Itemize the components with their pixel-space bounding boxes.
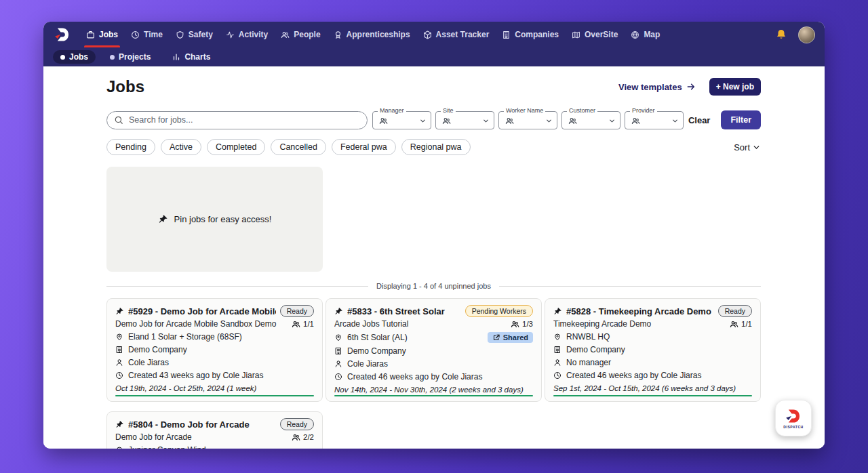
nav-item-safety[interactable]: Safety <box>176 22 213 47</box>
job-subtitle: Timekeeping Arcade Demo <box>553 319 726 329</box>
nav-item-companies[interactable]: Companies <box>502 22 559 47</box>
new-job-button[interactable]: + New job <box>709 78 761 96</box>
filter-button[interactable]: Filter <box>721 110 761 129</box>
unpinned-jobs-divider: Displaying 1 - 4 of 4 unpinned jobs <box>106 282 761 290</box>
nav-item-oversite[interactable]: OverSite <box>572 22 618 47</box>
dropdown-label: Manager <box>378 107 406 114</box>
nav-label: Asset Tracker <box>436 30 490 39</box>
created-row: Created 46 weeks ago by Cole Jiaras <box>334 372 533 382</box>
top-navigation: Jobs Time Safety Activity People Apprent… <box>43 22 825 47</box>
page-title: Jobs <box>106 77 144 96</box>
chevron-down-icon <box>608 117 616 125</box>
workers-value: 1/1 <box>303 320 314 328</box>
subnav-item-charts[interactable]: Charts <box>165 50 218 64</box>
medal-icon <box>334 30 342 39</box>
header-actions: View templates + New job <box>618 78 761 96</box>
pin-icon[interactable] <box>115 420 124 429</box>
card-title-row: #5833 - 6th Street Solar Pending Workers <box>334 305 533 317</box>
workers-count: 2/2 <box>292 433 314 442</box>
job-title: #5828 - Timekeeping Arcade Demo <box>566 306 714 316</box>
nav-item-people[interactable]: People <box>281 22 320 47</box>
pin-icon[interactable] <box>553 307 562 316</box>
manager-text: No manager <box>566 358 611 367</box>
box-icon <box>423 30 432 39</box>
search-icon <box>114 115 123 125</box>
company-text: Demo Company <box>128 345 187 354</box>
date-underline <box>334 395 533 396</box>
nav-item-apprenticeships[interactable]: Apprenticeships <box>334 22 410 47</box>
manager-text: Cole Jiaras <box>128 358 169 367</box>
dispatch-floating-button[interactable]: DISPATCH <box>775 400 812 436</box>
job-card[interactable]: #5929 - Demo Job for Arcade Mobile ... R… <box>106 298 323 402</box>
customer-filter-dropdown[interactable]: Customer <box>561 111 620 129</box>
subnav-label: Projects <box>119 52 151 62</box>
dropdown-label: Customer <box>567 107 597 114</box>
users-icon <box>292 433 300 442</box>
user-avatar[interactable] <box>798 26 815 43</box>
card-title-row: #5929 - Demo Job for Arcade Mobile ... R… <box>115 305 314 317</box>
nav-label: Time <box>144 30 163 39</box>
nav-item-asset-tracker[interactable]: Asset Tracker <box>423 22 490 47</box>
chevron-down-icon <box>671 117 679 125</box>
sub-navigation: Jobs Projects Charts <box>43 47 825 66</box>
job-subtitle: Demo Job for Arcade <box>115 432 288 442</box>
pill-active[interactable]: Active <box>161 139 201 155</box>
person-icon <box>553 358 561 367</box>
workers-count: 1/1 <box>292 320 314 329</box>
date-underline <box>115 395 314 396</box>
date-range: Nov 14th, 2024 - Nov 30th, 2024 (2 weeks… <box>334 386 533 394</box>
clear-filters-button[interactable]: Clear <box>688 115 711 125</box>
nav-item-map[interactable]: Map <box>631 22 660 47</box>
location-row: RNWBL HQ <box>553 332 752 342</box>
building-icon <box>553 346 561 354</box>
arrow-right-icon <box>686 82 696 91</box>
created-text: Created 43 weeks ago by Cole Jiaras <box>128 371 263 380</box>
main-content: Jobs View templates + New job Manager Si… <box>43 66 825 449</box>
dispatch-logo[interactable] <box>53 26 72 43</box>
map-pin-icon <box>115 333 123 341</box>
clock-icon <box>131 30 140 39</box>
worker-name-filter-dropdown[interactable]: Worker Name <box>498 111 557 129</box>
nav-item-activity[interactable]: Activity <box>226 22 268 47</box>
pill-cancelled[interactable]: Cancelled <box>271 139 326 155</box>
globe-icon <box>631 30 639 39</box>
users-icon <box>631 117 640 125</box>
search-input[interactable] <box>106 111 368 129</box>
chevron-down-icon <box>752 143 761 152</box>
provider-filter-dropdown[interactable]: Provider <box>625 111 684 129</box>
job-card[interactable]: #5833 - 6th Street Solar Pending Workers… <box>326 298 542 402</box>
notification-bell-icon[interactable] <box>775 28 787 41</box>
bar-chart-icon <box>172 53 180 61</box>
pill-completed[interactable]: Completed <box>207 139 265 155</box>
subnav-item-jobs[interactable]: Jobs <box>53 50 96 64</box>
nav-item-time[interactable]: Time <box>131 22 163 47</box>
clock-icon <box>553 371 561 379</box>
dot-icon <box>110 55 115 60</box>
pinned-jobs-area: Pin jobs for easy access! <box>106 167 323 272</box>
pin-icon[interactable] <box>115 307 124 316</box>
shield-icon <box>176 30 184 39</box>
date-range: Oct 19th, 2024 - Oct 25th, 2024 (1 week) <box>115 384 314 392</box>
pill-federal-pwa[interactable]: Federal pwa <box>332 139 396 155</box>
chevron-down-icon <box>482 117 490 125</box>
job-card[interactable]: #5828 - Timekeeping Arcade Demo Ready Ti… <box>545 298 761 402</box>
nav-item-jobs[interactable]: Jobs <box>86 22 118 47</box>
subnav-item-projects[interactable]: Projects <box>102 50 158 64</box>
job-subtitle: Arcade Jobs Tutorial <box>334 319 507 329</box>
workers-value: 1/3 <box>522 320 533 328</box>
pill-pending[interactable]: Pending <box>106 139 155 155</box>
view-templates-link[interactable]: View templates <box>618 82 696 92</box>
manager-filter-dropdown[interactable]: Manager <box>372 111 431 129</box>
dot-icon <box>60 55 65 60</box>
pin-icon[interactable] <box>334 307 343 316</box>
job-card[interactable]: #5804 - Demo Job for Arcade Ready Demo J… <box>106 411 323 449</box>
sort-button[interactable]: Sort <box>734 142 761 152</box>
card-subtitle-row: Timekeeping Arcade Demo 1/1 <box>553 319 752 329</box>
users-icon <box>568 117 577 125</box>
dropdown-label: Provider <box>630 107 657 114</box>
dropdown-label: Worker Name <box>504 107 545 114</box>
nav-label: Apprenticeships <box>347 30 410 39</box>
pill-regional-pwa[interactable]: Regional pwa <box>401 139 471 155</box>
view-templates-label: View templates <box>618 82 682 92</box>
site-filter-dropdown[interactable]: Site <box>435 111 494 129</box>
